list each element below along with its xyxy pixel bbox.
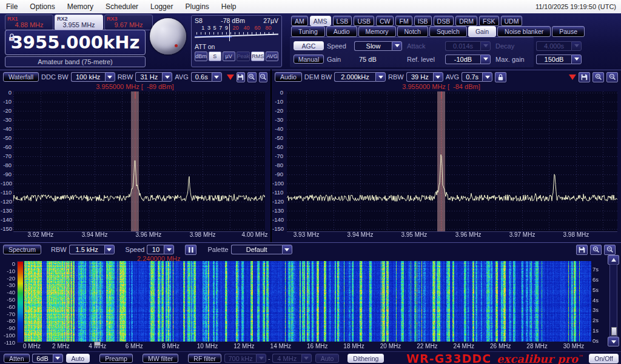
dem-rbw-select[interactable]: 39 Hz	[406, 72, 443, 82]
waterfall-x-label: 30 MHz	[563, 343, 584, 349]
frequency-display[interactable]: 3955.000kHz	[5, 30, 146, 55]
demod-spectrum-canvas[interactable]	[287, 91, 617, 232]
chevron-down-icon[interactable]	[482, 72, 492, 82]
zoom-in-icon[interactable]	[590, 245, 602, 255]
chevron-down-icon[interactable]	[212, 72, 222, 82]
atten-value-select[interactable]: 6dB	[32, 354, 63, 363]
mode-ams[interactable]: AMS	[310, 16, 331, 26]
smeter-unit-avg[interactable]: AVG	[266, 51, 278, 61]
chevron-down-icon[interactable]	[433, 72, 443, 82]
smeter-unit-rms[interactable]: RMS	[251, 51, 264, 61]
wb-rbw-select[interactable]: 1.5 kHz	[69, 245, 115, 254]
chevron-down-icon[interactable]	[282, 245, 292, 254]
mode-usb[interactable]: USB	[354, 16, 374, 26]
pause-icon[interactable]	[185, 245, 196, 255]
manual-gain-button[interactable]: Manual	[294, 55, 324, 64]
tab-noise-blanker[interactable]: Noise blanker	[497, 26, 551, 37]
scroll-down-icon[interactable]	[608, 337, 619, 346]
zoom-out-icon[interactable]	[606, 72, 618, 82]
rx-tab-rx3[interactable]: RX39.67 MHz	[104, 15, 153, 30]
lock-icon[interactable]	[495, 72, 506, 82]
menu-scheduler[interactable]: Scheduler	[99, 0, 144, 13]
tuning-knob[interactable]	[150, 18, 186, 55]
ddc-position-marker[interactable]	[94, 342, 101, 346]
dem-avg-select[interactable]: 0.7s	[462, 72, 492, 82]
agc-speed-select[interactable]: Slow	[354, 41, 404, 51]
scroll-up-icon[interactable]	[608, 255, 619, 265]
mode-udm[interactable]: UDM	[501, 16, 523, 26]
scrollbar-thumb[interactable]	[611, 327, 617, 336]
mode-fsk[interactable]: FSK	[479, 16, 498, 26]
mode-dsb[interactable]: DSB	[434, 16, 454, 26]
save-icon[interactable]	[576, 245, 588, 255]
tab-memory[interactable]: Memory	[358, 26, 396, 37]
mode-drm[interactable]: DRM	[455, 16, 477, 26]
save-icon[interactable]	[237, 72, 245, 82]
smeter-unit-dbm[interactable]: dBm	[195, 51, 207, 61]
smeter-unit-peak[interactable]: Peak	[237, 51, 250, 61]
marker-icon[interactable]	[569, 74, 576, 80]
rx-tab-rx2[interactable]: RX23.955 MHz	[55, 15, 103, 30]
atten-button[interactable]: Atten	[4, 354, 30, 363]
chevron-down-icon[interactable]	[105, 72, 115, 82]
menu-options[interactable]: Options	[24, 0, 61, 13]
agc-button[interactable]: AGC	[294, 41, 324, 50]
menu-plugins[interactable]: Plugins	[179, 0, 215, 13]
ddc-spectrum-canvas[interactable]	[13, 91, 265, 232]
zoom-out-icon[interactable]	[604, 245, 616, 255]
atten-auto-button[interactable]: Auto	[66, 354, 90, 363]
tab-gain[interactable]: Gain	[468, 26, 496, 37]
smeter-unit-s[interactable]: S	[209, 51, 221, 61]
dem-bw-select[interactable]: 2.000kHz	[334, 72, 386, 82]
menu-help[interactable]: Help	[215, 0, 243, 13]
wb-speed-select[interactable]: 10	[147, 245, 174, 254]
mode-cw[interactable]: CW	[376, 16, 394, 26]
mode-lsb[interactable]: LSB	[333, 16, 352, 26]
rf-filter-button[interactable]: RF filter	[188, 354, 221, 363]
mode-am[interactable]: AM	[291, 16, 308, 26]
tab-squelch[interactable]: Squelch	[429, 26, 467, 37]
ddc-avg-label: AVG	[175, 73, 188, 81]
preamp-button[interactable]: Preamp	[99, 354, 133, 363]
waterfall-db-label: -100	[0, 332, 15, 339]
ddc-rbw-select[interactable]: 31 Hz	[135, 72, 172, 82]
ddc-bw-select[interactable]: 100 kHz	[71, 72, 115, 82]
rf-filter-auto-button[interactable]: Auto	[315, 354, 340, 363]
zoom-in-icon[interactable]	[592, 72, 604, 82]
ref-level-select[interactable]: -10dB	[445, 55, 492, 64]
waterfall-toggle-button[interactable]: Waterfall	[3, 72, 39, 82]
audio-toggle-button[interactable]: Audio	[275, 72, 302, 82]
dithering-button[interactable]: Dithering	[347, 354, 384, 363]
menu-file[interactable]: File	[0, 0, 24, 13]
waterfall-canvas[interactable]	[24, 261, 591, 342]
zoom-out-icon[interactable]	[259, 72, 267, 82]
chevron-down-icon[interactable]	[164, 245, 174, 254]
smeter-unit-µv[interactable]: µV	[223, 51, 235, 61]
zoom-in-icon[interactable]	[247, 72, 256, 82]
rx-tab-rx1[interactable]: RX14.88 MHz	[5, 15, 53, 30]
spectrum-toggle-button[interactable]: Spectrum	[3, 245, 41, 254]
menu-logger[interactable]: Logger	[144, 0, 179, 13]
wb-palette-select[interactable]: Default	[231, 245, 292, 254]
save-icon[interactable]	[579, 72, 590, 82]
tab-tuning[interactable]: Tuning	[291, 26, 325, 37]
mode-fm[interactable]: FM	[395, 16, 412, 26]
mode-isb[interactable]: ISB	[414, 16, 432, 26]
chevron-down-icon[interactable]	[571, 55, 582, 64]
mw-filter-button[interactable]: MW filter	[143, 354, 178, 363]
ddc-avg-select[interactable]: 0.6s	[191, 72, 222, 82]
chevron-down-icon[interactable]	[392, 41, 402, 51]
tab-notch[interactable]: Notch	[397, 26, 428, 37]
marker-icon[interactable]	[227, 74, 234, 80]
scrollbar-track[interactable]	[609, 264, 617, 337]
max-gain-select[interactable]: 150dB	[536, 55, 583, 64]
chevron-down-icon[interactable]	[162, 72, 172, 82]
onoff-button[interactable]: On/Off	[589, 354, 619, 363]
tab-pause[interactable]: Pause	[552, 26, 585, 37]
tab-audio[interactable]: Audio	[326, 26, 357, 37]
chevron-down-icon[interactable]	[104, 245, 115, 254]
menu-memory[interactable]: Memory	[61, 0, 99, 13]
chevron-down-icon[interactable]	[480, 55, 491, 64]
chevron-down-icon[interactable]	[53, 354, 63, 363]
chevron-down-icon[interactable]	[375, 72, 386, 82]
